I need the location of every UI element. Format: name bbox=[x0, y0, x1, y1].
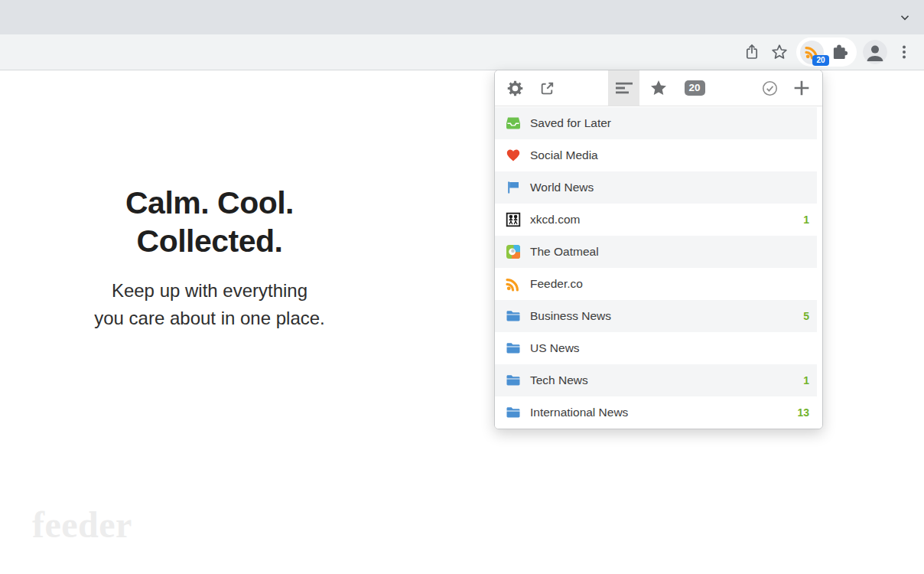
folder-icon bbox=[506, 308, 521, 324]
feed-label: US News bbox=[530, 341, 580, 355]
subtitle-line-1: Keep up with everything bbox=[34, 277, 385, 305]
feed-label: World News bbox=[530, 181, 594, 194]
feeder-logo: feeder bbox=[32, 504, 132, 546]
feed-row[interactable]: Saved for Later bbox=[495, 107, 817, 139]
share-icon[interactable] bbox=[738, 38, 766, 66]
feed-row[interactable]: Feeder.co bbox=[495, 268, 817, 300]
page-title: Calm. Cool. Collected. bbox=[34, 184, 385, 260]
title-line-2: Collected. bbox=[34, 222, 385, 260]
subtitle-line-2: you care about in one place. bbox=[34, 305, 385, 332]
feed-label: Feeder.co bbox=[530, 277, 583, 291]
feed-label: Social Media bbox=[530, 148, 598, 162]
tab-strip bbox=[0, 0, 924, 34]
xkcd-icon bbox=[506, 212, 521, 227]
unread-count: 1 bbox=[803, 214, 809, 226]
hero: Calm. Cool. Collected. Keep up with ever… bbox=[34, 184, 385, 332]
chevron-down-icon[interactable] bbox=[896, 9, 913, 26]
feed-row[interactable]: The Oatmeal bbox=[495, 236, 817, 268]
inbox-icon bbox=[506, 116, 521, 131]
settings-gear-icon[interactable] bbox=[501, 70, 529, 106]
heart-icon bbox=[506, 148, 521, 163]
feed-row[interactable]: Business News 5 bbox=[495, 300, 817, 332]
rss-icon bbox=[506, 276, 521, 292]
open-external-icon[interactable] bbox=[533, 70, 561, 106]
feed-row[interactable]: Social Media bbox=[495, 139, 817, 171]
feed-row[interactable]: Tech News 1 bbox=[495, 364, 817, 396]
feed-row[interactable]: World News bbox=[495, 171, 817, 204]
add-feed-icon[interactable] bbox=[788, 70, 815, 106]
kebab-menu-icon[interactable] bbox=[890, 38, 918, 66]
feed-list: Saved for Later Social Media World News … bbox=[495, 107, 822, 429]
extension-unread-badge: 20 bbox=[812, 55, 829, 66]
feeder-extension-popup: 20 Saved for Later Social Media World Ne… bbox=[494, 70, 823, 429]
feeder-extension-button[interactable]: 20 bbox=[800, 41, 824, 64]
person-icon bbox=[863, 40, 887, 64]
folder-icon bbox=[506, 373, 521, 388]
folder-icon bbox=[506, 405, 521, 420]
extensions-puzzle-icon[interactable] bbox=[825, 38, 853, 66]
feed-row[interactable]: US News bbox=[495, 332, 817, 364]
bookmark-star-icon[interactable] bbox=[766, 38, 793, 66]
extensions-pill: 20 bbox=[796, 38, 857, 67]
unread-count: 13 bbox=[797, 406, 809, 419]
unread-count-badge: 20 bbox=[685, 80, 705, 96]
feed-label: Tech News bbox=[530, 373, 588, 387]
popup-toolbar: 20 bbox=[495, 70, 822, 106]
oatmeal-icon bbox=[506, 244, 521, 259]
mark-all-read-icon[interactable] bbox=[756, 70, 783, 106]
browser-toolbar: 20 bbox=[0, 34, 924, 70]
title-line-1: Calm. Cool. bbox=[34, 184, 385, 222]
feed-row[interactable]: International News 13 bbox=[495, 396, 817, 429]
tab-starred-icon[interactable] bbox=[645, 70, 672, 106]
feed-label: Saved for Later bbox=[530, 116, 611, 130]
feed-label: xkcd.com bbox=[530, 213, 580, 227]
page-subtitle: Keep up with everything you care about i… bbox=[34, 277, 385, 332]
unread-count: 1 bbox=[803, 374, 809, 386]
profile-avatar[interactable] bbox=[863, 40, 887, 64]
folder-icon bbox=[506, 341, 521, 356]
unread-count: 5 bbox=[803, 310, 809, 322]
feed-label: The Oatmeal bbox=[530, 245, 599, 259]
feed-label: International News bbox=[530, 406, 628, 419]
tab-feed-list-icon[interactable] bbox=[608, 70, 639, 106]
feed-row[interactable]: xkcd.com 1 bbox=[495, 204, 817, 236]
tab-unread-badge[interactable]: 20 bbox=[681, 70, 708, 106]
feed-label: Business News bbox=[530, 309, 611, 323]
flag-icon bbox=[506, 180, 521, 195]
